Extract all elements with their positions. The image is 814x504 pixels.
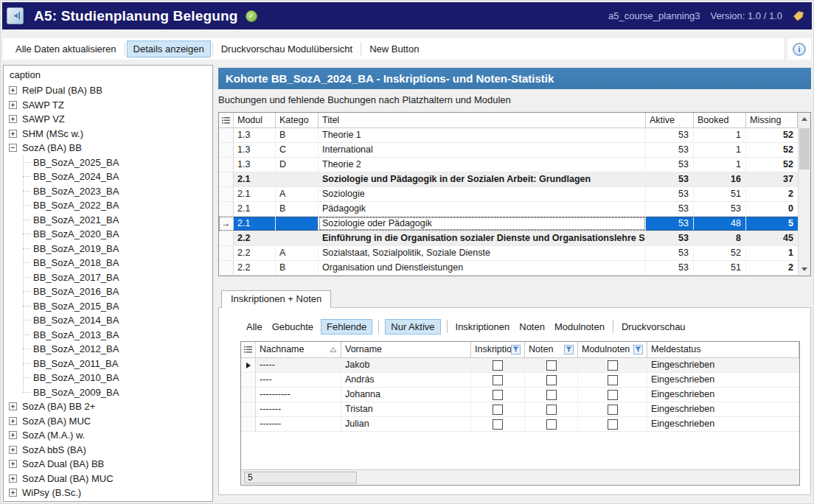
tree-item-cohort[interactable]: BB_SozA_2024_BA (4, 169, 212, 184)
module-row[interactable]: 1.3 D Theorie 2 53 1 52 (219, 158, 810, 172)
new-button[interactable]: New Button (363, 41, 425, 57)
modulnoten-checkbox[interactable] (608, 390, 618, 400)
col-missing[interactable]: Missing (746, 113, 798, 128)
col-vorname[interactable]: Vorname (341, 342, 471, 358)
tree-item-soza-ba-muc[interactable]: SozA (BA) MUC (4, 414, 212, 429)
noten-checkbox[interactable] (546, 390, 557, 400)
tree-item-sawp-tz[interactable]: SAWP TZ (4, 98, 212, 113)
module-row[interactable]: 2.1 B Pädagogik 53 53 0 (219, 202, 810, 217)
student-row[interactable]: ---------- Johanna Eingeschrieben (241, 388, 799, 402)
expand-icon[interactable] (9, 460, 17, 468)
funnel-icon[interactable] (511, 345, 521, 354)
grid-corner-button[interactable] (219, 113, 234, 128)
module-group-row[interactable]: 2.1 Soziologie und Pädagogik in der Sozi… (219, 172, 810, 187)
tree-item-soza-dual-bb[interactable]: SozA Dual (BA) BB (4, 457, 212, 472)
modulnoten-checkbox[interactable] (608, 419, 618, 430)
filter-gebuchte-button[interactable]: Gebuchte (270, 320, 316, 334)
col-kategorie[interactable]: Katego (276, 113, 319, 128)
filter-alle-button[interactable]: Alle (244, 320, 265, 334)
student-row[interactable]: ----- Jakob Eingeschrieben (241, 358, 799, 373)
expand-icon[interactable] (9, 475, 17, 483)
tree-item-cohort[interactable]: BB_SozA_2018_BA (4, 256, 212, 270)
scroll-down-button[interactable] (799, 263, 810, 276)
col-meldestatus[interactable]: Meldestatus (647, 342, 799, 358)
tree-item-soza-dual-muc[interactable]: SozA Dual (BA) MUC (4, 472, 212, 486)
col-modulnoten[interactable]: Modulnoten (578, 342, 647, 358)
col-titel[interactable]: Titel (319, 113, 646, 128)
tree-item-wipsy[interactable]: WiPsy (B.Sc.) (4, 486, 212, 500)
module-row-selected[interactable]: → 2.1 Soziologie oder Pädagogik 53 48 5 (219, 217, 810, 231)
filter-nur-aktive-button[interactable]: Nur Aktive (385, 319, 440, 335)
druckvorschau-button[interactable]: Druckvorschau (619, 320, 688, 334)
student-row[interactable]: ---- András Eingeschrieben (241, 373, 799, 388)
col-aktive[interactable]: Aktive (646, 113, 694, 128)
module-grid-scrollbar[interactable] (798, 113, 810, 276)
noten-checkbox[interactable] (546, 419, 557, 430)
filter-noten-button[interactable]: Noten (517, 320, 547, 334)
tree-item-soza-ba-bb[interactable]: SozA (BA) BB (4, 141, 212, 155)
col-booked[interactable]: Booked (694, 113, 746, 128)
module-row[interactable]: 2.2 A Sozialstaat, Sozialpolitik, Sozial… (219, 246, 810, 261)
filter-inskriptionen-button[interactable]: Inskriptionen (453, 320, 512, 334)
inskription-checkbox[interactable] (493, 360, 503, 371)
tree-item-shm[interactable]: SHM (MSc w.) (4, 127, 212, 141)
tree-item-relp-dual[interactable]: RelP Dual (BA) BB (4, 83, 212, 98)
expand-icon[interactable] (9, 489, 17, 497)
student-row[interactable]: ------- Tristan Eingeschrieben (241, 402, 799, 417)
grid-corner-button[interactable] (241, 342, 256, 358)
tree-item-cohort[interactable]: BB_SozA_2009_BA (4, 385, 212, 400)
col-inskription[interactable]: Inskription (471, 342, 525, 358)
refresh-all-button[interactable]: Alle Daten aktualisieren (9, 41, 123, 57)
tree-item-soza-ma[interactable]: SozA (M.A.) w. (4, 428, 212, 443)
back-button[interactable] (7, 7, 24, 24)
expand-icon[interactable] (9, 86, 17, 94)
module-row[interactable]: 2.1 A Soziologie 53 51 2 (219, 187, 810, 202)
inskription-checkbox[interactable] (493, 375, 503, 385)
module-row[interactable]: 1.3 B Theorie 1 53 1 52 (219, 128, 810, 143)
student-row[interactable]: ------- Julian Eingeschrieben (241, 417, 799, 432)
noten-checkbox[interactable] (546, 405, 557, 415)
tree-item-cohort[interactable]: BB_SozA_2012_BA (4, 342, 212, 357)
funnel-icon[interactable] (633, 345, 643, 354)
col-nachname[interactable]: Nachname (256, 342, 341, 358)
modulnoten-checkbox[interactable] (608, 405, 618, 415)
inskription-checkbox[interactable] (493, 405, 503, 415)
tree-item-cohort[interactable]: BB_SozA_2015_BA (4, 299, 212, 314)
noten-checkbox[interactable] (546, 360, 557, 371)
col-noten[interactable]: Noten (525, 342, 578, 358)
info-button[interactable]: i (787, 38, 811, 60)
tree-item-sawp-vz[interactable]: SAWP VZ (4, 112, 212, 127)
expand-icon[interactable] (9, 417, 17, 425)
inskription-checkbox[interactable] (493, 419, 503, 430)
tree-item-cohort[interactable]: BB_SozA_2016_BA (4, 284, 212, 299)
expand-icon[interactable] (9, 130, 17, 138)
module-row[interactable]: 2.2 B Organisation und Dienstleistungen … (219, 261, 810, 276)
tree-item-cohort[interactable]: BB_SozA_2021_BA (4, 213, 212, 228)
tree-item-cohort[interactable]: BB_SozA_2020_BA (4, 227, 212, 242)
modulnoten-checkbox[interactable] (608, 375, 618, 385)
filter-fehlende-button[interactable]: Fehlende (321, 319, 372, 335)
tree-item-soza-ba-bb2[interactable]: SozA (BA) BB 2+ (4, 399, 212, 414)
inskription-checkbox[interactable] (493, 390, 503, 400)
expand-icon[interactable] (9, 446, 17, 454)
tree-item-cohort[interactable]: BB_SozA_2022_BA (4, 198, 212, 213)
modulnoten-checkbox[interactable] (608, 360, 618, 371)
tree-item-soza-bbs[interactable]: SozA bbS (BA) (4, 443, 212, 458)
module-group-row[interactable]: 2.2 Einführung in die Organisation sozia… (219, 231, 810, 246)
col-modul[interactable]: Modul (234, 113, 276, 128)
module-row[interactable]: 1.3 C International 53 1 52 (219, 143, 810, 158)
tab-inskriptionen-noten[interactable]: Inskriptionen + Noten (221, 290, 331, 308)
tree-item-cohort[interactable]: BB_SozA_2010_BA (4, 371, 212, 385)
scroll-up-button[interactable] (799, 113, 810, 125)
noten-checkbox[interactable] (546, 375, 557, 385)
expand-icon[interactable] (9, 101, 17, 109)
tree-item-cohort[interactable]: BB_SozA_2013_BA (4, 328, 212, 343)
show-details-button[interactable]: Details anzeigen (127, 41, 211, 57)
print-preview-modules-button[interactable]: Druckvorschau Modulübersicht (215, 41, 359, 57)
scroll-thumb[interactable] (799, 128, 810, 169)
tree-item-cohort[interactable]: BB_SozA_2014_BA (4, 313, 212, 328)
expand-icon[interactable] (9, 115, 17, 123)
expand-icon[interactable] (9, 431, 17, 439)
collapse-icon[interactable] (9, 144, 17, 152)
tree-item-cohort[interactable]: BB_SozA_2019_BA (4, 242, 212, 256)
